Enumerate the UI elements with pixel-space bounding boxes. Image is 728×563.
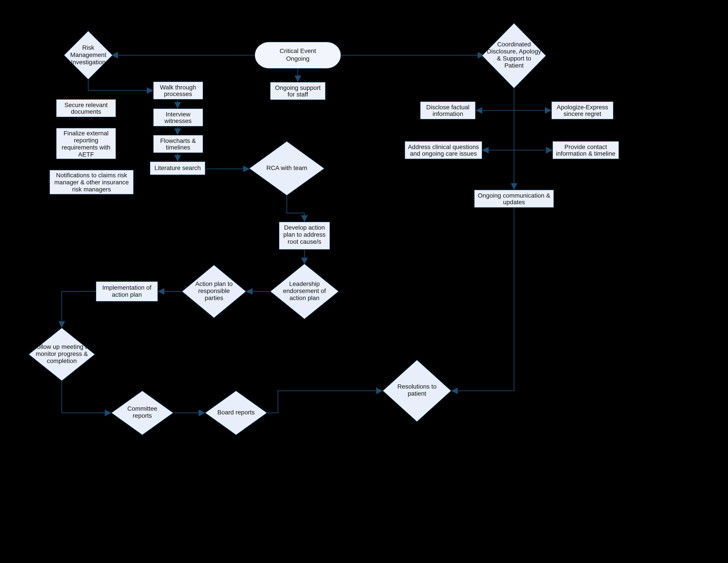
node-walk-through: Walk throughprocesses	[153, 82, 203, 99]
node-notifications: Notifications to claims riskmanager & ot…	[50, 170, 133, 194]
svg-text:Apologize-Expresssincere regre: Apologize-Expresssincere regret	[557, 104, 608, 117]
svg-text:Walk throughprocesses: Walk throughprocesses	[160, 84, 196, 97]
label: Critical Event	[280, 47, 316, 54]
node-flowcharts-timelines: Flowcharts &timelines	[153, 135, 203, 153]
node-literature-search: Literature search	[150, 162, 205, 175]
svg-text:Provide contactinformation & t: Provide contactinformation & timeline	[556, 143, 615, 157]
node-provide-contact: Provide contactinformation & timeline	[553, 141, 619, 159]
node-secure-documents: Secure relevantdocuments	[56, 99, 116, 117]
node-responsible-parties: Action plan toresponsibleparties	[182, 265, 246, 318]
node-follow-up: Follow up meeting tomonitor progress &co…	[29, 328, 95, 381]
node-leadership: Leadershipendorsement ofaction plan	[270, 264, 339, 319]
node-board-reports: Board reports	[205, 391, 267, 435]
svg-text:Develop actionplan to addressr: Develop actionplan to addressroot cause/…	[283, 224, 325, 245]
node-implementation: Implementation ofaction plan	[96, 282, 158, 302]
node-critical-event: Critical EventOngoing	[255, 42, 341, 68]
svg-text:Address clinical questionsand : Address clinical questionsand ongoing ca…	[408, 143, 479, 157]
node-ongoing-support: Ongoing supportfor staff	[270, 82, 325, 100]
flowchart-canvas: Critical EventOngoing RiskManagementInve…	[0, 0, 728, 563]
svg-text:RCA with team: RCA with team	[266, 164, 307, 171]
node-risk-management: RiskManagementInvestigation	[64, 31, 113, 79]
node-ongoing-communication: Ongoing communication &updates	[474, 190, 554, 207]
svg-text:Interviewwitnesses: Interviewwitnesses	[164, 111, 192, 124]
node-address-clinical: Address clinical questionsand ongoing ca…	[405, 141, 482, 159]
node-disclose-factual: Disclose factualinformation	[420, 102, 475, 119]
node-finalize-external: Finalize externalreportingrequirements w…	[56, 128, 116, 159]
node-develop-action: Develop actionplan to addressroot cause/…	[279, 222, 330, 249]
node-coordinated-disclosure: CoordinatedDisclosure, Apology& Support …	[482, 23, 546, 88]
svg-text:Disclose factualinformation: Disclose factualinformation	[426, 104, 469, 117]
svg-text:Literature search: Literature search	[154, 164, 201, 171]
node-rca: RCA with team	[249, 141, 324, 195]
node-committee-reports: Committeereports	[111, 391, 173, 435]
svg-text:Board reports: Board reports	[217, 409, 255, 416]
node-interview-witnesses: Interviewwitnesses	[153, 109, 203, 126]
node-apologize: Apologize-Expresssincere regret	[552, 102, 613, 119]
node-resolutions: Resolutions topatient	[383, 360, 451, 422]
